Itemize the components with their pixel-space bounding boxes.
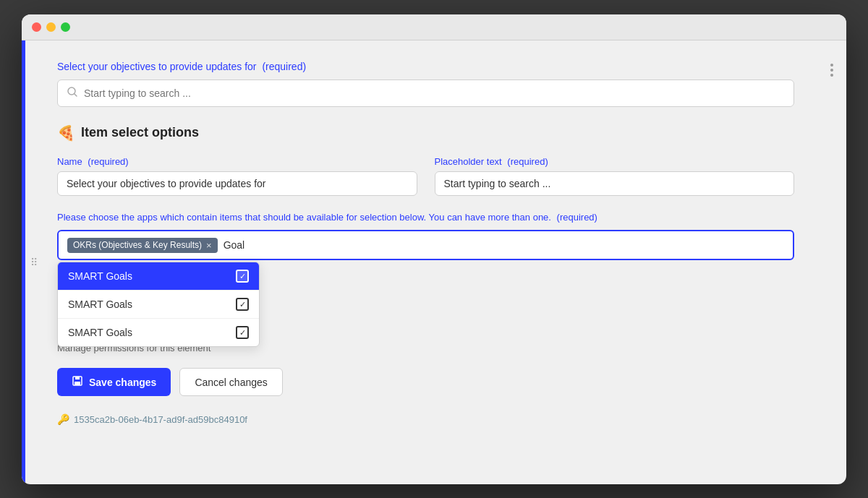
traffic-lights — [32, 22, 70, 32]
dot-3 — [830, 74, 833, 77]
save-label: Save changes — [89, 377, 156, 388]
search-required-badge: (required) — [262, 61, 306, 72]
okr-tag: OKRs (Objectives & Key Results) × — [67, 238, 218, 253]
id-row: 🔑 1535ca2b-06eb-4b17-ad9f-ad59bc84910f — [57, 413, 794, 425]
app-window: ⠿ Select your objectives to provide upda… — [22, 14, 846, 484]
dropdown-item-0[interactable]: SMART Goals ✓ — [58, 262, 259, 291]
name-label: Name (required) — [57, 156, 417, 167]
section-icon: 🍕 — [57, 124, 75, 142]
close-button[interactable] — [32, 22, 41, 32]
dot-2 — [830, 69, 833, 72]
search-label-text: Select your objectives to provide update… — [57, 61, 257, 72]
titlebar — [22, 14, 846, 40]
section-header: 🍕 Item select options — [57, 124, 794, 142]
svg-line-1 — [75, 93, 77, 96]
drag-dots-icon: ⠿ — [30, 257, 38, 268]
main-content: Select your objectives to provide update… — [43, 40, 817, 484]
minimize-button[interactable] — [46, 22, 56, 32]
cancel-button[interactable]: Cancel changes — [179, 368, 282, 396]
name-group: Name (required) — [57, 156, 417, 196]
dropdown-menu: SMART Goals ✓ SMART Goals ✓ SMART Goals … — [57, 262, 260, 347]
multi-select-input[interactable]: OKRs (Objectives & Key Results) × — [57, 230, 794, 260]
dot-1 — [830, 64, 833, 66]
section-title: Item select options — [81, 125, 199, 140]
svg-rect-4 — [75, 382, 80, 385]
placeholder-input[interactable] — [435, 171, 795, 196]
placeholder-label: Placeholder text (required) — [435, 156, 795, 167]
dropdown-item-label-2: SMART Goals — [68, 327, 132, 338]
more-options-button[interactable] — [827, 61, 836, 80]
dropdown-item-1[interactable]: SMART Goals ✓ — [58, 291, 259, 319]
placeholder-group: Placeholder text (required) — [435, 156, 795, 196]
save-icon — [72, 375, 83, 389]
maximize-button[interactable] — [61, 22, 70, 32]
search-box — [57, 80, 794, 107]
checkbox-icon-1: ✓ — [236, 298, 249, 311]
dropdown-item-label-1: SMART Goals — [68, 299, 132, 310]
tag-close-icon[interactable]: × — [206, 240, 212, 251]
search-label: Select your objectives to provide update… — [57, 61, 794, 72]
save-button[interactable]: Save changes — [57, 368, 171, 396]
cancel-label: Cancel changes — [195, 377, 267, 388]
button-row: Save changes Cancel changes — [57, 368, 794, 396]
key-icon: 🔑 — [57, 413, 69, 425]
content-area: ⠿ Select your objectives to provide upda… — [22, 40, 846, 484]
tag-input[interactable] — [224, 239, 784, 251]
id-value: 1535ca2b-06eb-4b17-ad9f-ad59bc84910f — [74, 414, 247, 425]
checkbox-icon-0: ✓ — [236, 270, 249, 283]
multi-select-container: OKRs (Objectives & Key Results) × SMART … — [57, 230, 794, 260]
dropdown-item-2[interactable]: SMART Goals ✓ — [58, 319, 259, 346]
checkbox-icon-2: ✓ — [236, 326, 249, 339]
right-actions — [817, 40, 846, 484]
name-input[interactable] — [57, 171, 417, 196]
search-icon — [67, 86, 78, 100]
tag-label: OKRs (Objectives & Key Results) — [73, 240, 202, 250]
dropdown-item-label-0: SMART Goals — [68, 270, 132, 282]
search-input[interactable] — [84, 87, 785, 99]
drag-handle[interactable]: ⠿ — [25, 40, 43, 484]
apps-label: Please choose the apps which contain ite… — [57, 210, 794, 225]
form-row-names: Name (required) Placeholder text (requir… — [57, 156, 794, 196]
svg-rect-3 — [75, 377, 80, 379]
